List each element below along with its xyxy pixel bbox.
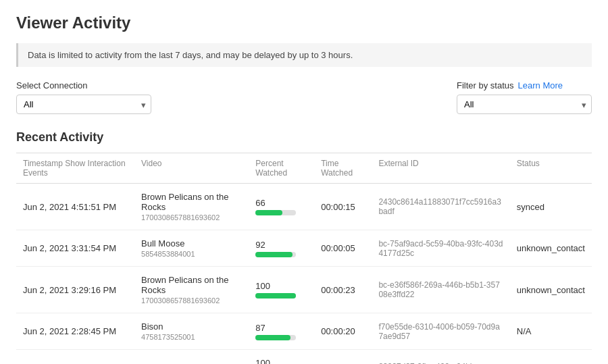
cell-percent-watched: 66 [249, 184, 314, 230]
connection-filter-group: Select Connection All [16, 80, 151, 114]
status-select-wrapper: All [457, 95, 592, 114]
table-row: Jun 2, 2021 3:29:16 PMBrown Pelicans on … [16, 267, 592, 313]
page-title: Viewer Activity [16, 14, 592, 32]
cell-timestamp: Jun 2, 2021 4:51:51 PM [16, 184, 134, 230]
cell-percent-watched: 92 [249, 230, 314, 267]
page-wrapper: Viewer Activity Data is limited to activ… [0, 0, 608, 364]
th-timestamp: Timestamp Show Interaction Events [16, 153, 134, 184]
status-filter-label: Filter by status [457, 80, 514, 90]
video-title: Tiger [141, 362, 242, 365]
connection-filter-label: Select Connection [16, 80, 151, 90]
cell-time-watched: 00:00:05 [314, 230, 372, 267]
video-id: 5854853884001 [141, 250, 242, 258]
cell-video: Bison4758173525001 [134, 313, 249, 350]
video-title: Bull Moose [141, 238, 242, 249]
cell-time-watched: 00:00:20 [314, 313, 372, 350]
cell-percent-watched: 100 [249, 350, 314, 365]
table-row: Jun 2, 2021 2:28:45 PMBison4758173525001… [16, 313, 592, 350]
video-id: 1700308657881693602 [141, 296, 242, 305]
connection-select-wrapper: All [16, 95, 151, 114]
cell-percent-watched: 87 [249, 313, 314, 350]
cell-status: N/A [510, 313, 592, 350]
cell-external-id: f70e55de-6310-4006-b059-70d9a7ae9d57 [372, 313, 509, 350]
cell-time-watched: 00:00:15 [314, 184, 372, 230]
table-body: Jun 2, 2021 4:51:51 PMBrown Pelicans on … [16, 184, 592, 365]
cell-status: unknown_contact [510, 267, 592, 313]
cell-external-id: 82937d37-2fba-499e-94bb-... [372, 350, 509, 365]
percent-value: 100 [255, 281, 307, 291]
th-status: Status [510, 153, 592, 184]
cell-video: Brown Pelicans on the Rocks1700308657881… [134, 184, 249, 230]
cell-percent-watched: 100 [249, 267, 314, 313]
progress-bar-bg [255, 252, 296, 257]
th-external-id: External ID [372, 153, 509, 184]
progress-bar-bg [255, 335, 296, 340]
video-title: Brown Pelicans on the Rocks [141, 192, 242, 212]
cell-timestamp: Jun 2, 2021 2:28:06 PM [16, 350, 134, 365]
learn-more-link[interactable]: Learn More [518, 80, 563, 90]
progress-bar-fill [255, 293, 296, 298]
connection-select[interactable]: All [16, 95, 151, 114]
filters-row: Select Connection All Filter by status L… [16, 80, 592, 114]
progress-bar-bg [255, 210, 296, 215]
table-row: Jun 2, 2021 2:28:06 PMTiger10000:00:2882… [16, 350, 592, 365]
cell-status: unknown_contact [510, 230, 592, 267]
cell-time-watched: 00:00:23 [314, 267, 372, 313]
progress-bar-fill [255, 210, 282, 215]
cell-time-watched: 00:00:28 [314, 350, 372, 365]
cell-external-id: bc-75af9acd-5c59-40ba-93fc-403d4177d25c [372, 230, 509, 267]
cell-external-id: bc-e36f586f-269a-446b-b5b1-35708e3ffd22 [372, 267, 509, 313]
status-select[interactable]: All [457, 95, 592, 114]
status-filter-group: Filter by status Learn More All [457, 80, 592, 114]
cell-timestamp: Jun 2, 2021 2:28:45 PM [16, 313, 134, 350]
table-row: Jun 2, 2021 3:31:54 PMBull Moose58548538… [16, 230, 592, 267]
progress-bar-fill [255, 252, 293, 257]
section-title: Recent Activity [16, 130, 592, 145]
activity-table: Timestamp Show Interaction Events Video … [16, 153, 592, 364]
percent-value: 100 [255, 358, 307, 364]
th-time-watched: Time Watched [314, 153, 372, 184]
cell-video: Tiger [134, 350, 249, 365]
video-title: Bison [141, 321, 242, 332]
cell-timestamp: Jun 2, 2021 3:29:16 PM [16, 267, 134, 313]
video-id: 1700308657881693602 [141, 213, 242, 222]
table-header-row: Timestamp Show Interaction Events Video … [16, 153, 592, 184]
percent-value: 92 [255, 240, 307, 250]
percent-value: 66 [255, 198, 307, 208]
cell-status: synced [510, 184, 592, 230]
percent-value: 87 [255, 323, 307, 333]
cell-timestamp: Jun 2, 2021 3:31:54 PM [16, 230, 134, 267]
progress-bar-bg [255, 293, 296, 298]
cell-external-id: 2430c8614a11883071f7cc5916a3badf [372, 184, 509, 230]
video-title: Brown Pelicans on the Rocks [141, 275, 242, 295]
cell-status: N/A [510, 350, 592, 365]
th-percent-watched: Percent Watched [249, 153, 314, 184]
cell-video: Brown Pelicans on the Rocks1700308657881… [134, 267, 249, 313]
progress-bar-fill [255, 335, 290, 340]
th-video: Video [134, 153, 249, 184]
cell-video: Bull Moose5854853884001 [134, 230, 249, 267]
status-filter-label-row: Filter by status Learn More [457, 80, 563, 90]
info-bar: Data is limited to activity from the las… [16, 43, 592, 67]
table-row: Jun 2, 2021 4:51:51 PMBrown Pelicans on … [16, 184, 592, 230]
video-id: 4758173525001 [141, 333, 242, 341]
